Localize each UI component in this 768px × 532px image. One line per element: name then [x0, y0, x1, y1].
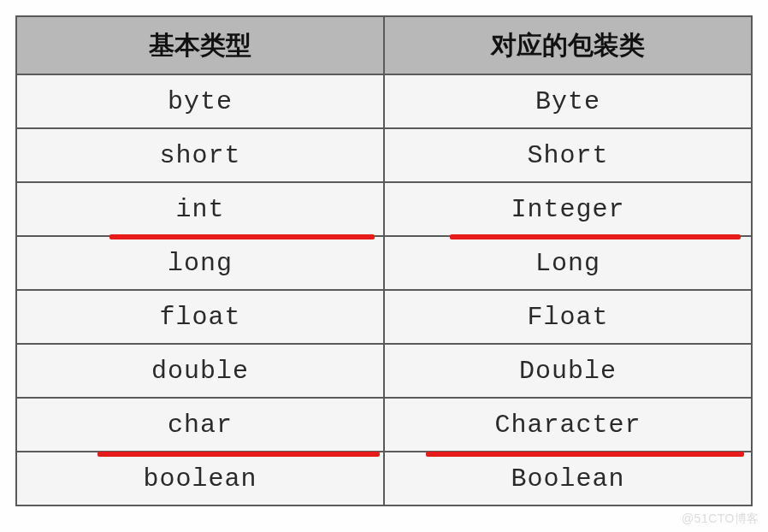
cell-primitive: short: [16, 128, 384, 182]
cell-wrapper: Long: [384, 236, 752, 290]
highlight-underline-icon: [450, 234, 741, 239]
table-row: byte Byte: [16, 74, 752, 128]
highlight-underline-icon: [97, 452, 380, 457]
cell-primitive: int: [16, 182, 384, 236]
highlight-underline-icon: [109, 234, 375, 239]
table-header-row: 基本类型 对应的包装类: [16, 16, 752, 74]
cell-primitive: long: [16, 236, 384, 290]
cell-wrapper: Integer: [384, 182, 752, 236]
table-row: double Double: [16, 344, 752, 398]
cell-wrapper: Double: [384, 344, 752, 398]
table-row: short Short: [16, 128, 752, 182]
type-mapping-table-wrap: 基本类型 对应的包装类 byte Byte short Short int In…: [15, 15, 753, 506]
cell-primitive: byte: [16, 74, 384, 128]
cell-wrapper: Float: [384, 290, 752, 344]
table-row: long Long: [16, 236, 752, 290]
cell-wrapper: Short: [384, 128, 752, 182]
cell-primitive: double: [16, 344, 384, 398]
type-mapping-table: 基本类型 对应的包装类 byte Byte short Short int In…: [15, 15, 753, 506]
table-row: char Character: [16, 398, 752, 452]
cell-wrapper: Byte: [384, 74, 752, 128]
cell-primitive: boolean: [16, 452, 384, 505]
cell-wrapper: Character: [384, 398, 752, 452]
cell-wrapper: Boolean: [384, 452, 752, 505]
header-primitive-type: 基本类型: [16, 16, 384, 74]
table-row: float Float: [16, 290, 752, 344]
cell-primitive: float: [16, 290, 384, 344]
cell-primitive: char: [16, 398, 384, 452]
highlight-underline-icon: [426, 452, 744, 457]
header-wrapper-class: 对应的包装类: [384, 16, 752, 74]
table-row: int Integer: [16, 182, 752, 236]
watermark: @51CTO博客: [682, 511, 759, 527]
table-row: boolean Boolean: [16, 452, 752, 505]
